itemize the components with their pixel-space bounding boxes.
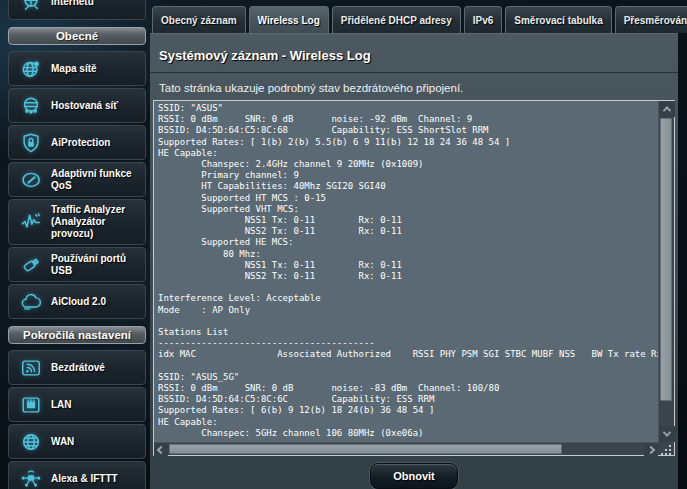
sidebar-item-aiprotection[interactable]: AiProtection [8,125,146,160]
scroll-right-button[interactable] [644,443,658,456]
chevron-down-icon [663,428,671,436]
sidebar-item-label: internetu [51,0,94,8]
sidebar-item-aicloud-2-0[interactable]: AiCloud 2.0 [8,284,146,319]
tab-sm-rovac-tabulka[interactable]: Směrovací tabulka [505,6,611,33]
network-map-icon [18,58,44,80]
sidebar-item-mapa-s-t[interactable]: Mapa sítě [8,51,146,86]
sidebar-item-label: Používání portů USB [51,253,142,277]
log-text[interactable]: SSID: "ASUS" RSSI: 0 dBm SNR: 0 dB noise… [154,101,658,442]
wan-globe-icon [18,431,44,453]
sidebar-item-label: Adaptivní funkce QoS [51,168,142,192]
sidebar-section-header-obecn: Obecné [8,27,146,45]
sidebar-item-traffic-analyzer-analyz-tor-provozu[interactable]: Traffic Analyzer (Analyzátor provozu) [8,199,146,245]
tab-ipv6[interactable]: IPv6 [464,6,503,33]
tab-wireless-log[interactable]: Wireless Log [249,6,329,33]
refresh-button[interactable]: Obnovit [370,463,458,489]
sidebar-item-alexa-ifttt[interactable]: Alexa & IFTTT [8,461,146,489]
page-title: Systémový záznam - Wireless Log [150,34,678,73]
usb-icon [18,254,44,276]
horizontal-scroll-thumb[interactable] [169,444,562,454]
sidebar-item-label: Hostovaná síť [51,100,118,112]
scroll-up-button[interactable] [659,101,675,117]
scroll-left-button[interactable] [154,443,168,456]
guest-network-icon [18,95,44,117]
sidebar-item-pou-v-n-port-usb[interactable]: Používání portů USB [8,247,146,282]
tab-p-esm-rov-n-port[interactable]: Přesměrování portů [615,6,687,33]
resize-grip-icon[interactable] [658,442,674,455]
tab-obecn-z-znam[interactable]: Obecný záznam [152,6,246,33]
qos-gauge-icon [18,169,44,191]
sidebar-item-label: Bezdrátové [51,362,105,374]
alexa-ifttt-icon [18,468,44,489]
content-panel: Systémový záznam - Wireless Log Tato str… [150,33,678,489]
log-viewer[interactable]: SSID: "ASUS" RSSI: 0 dBm SNR: 0 dB noise… [153,100,675,456]
chevron-up-icon [663,106,671,114]
sidebar-item-label: Alexa & IFTTT [51,473,118,485]
page-description: Tato stránka ukazuje podrobný stav bezdr… [150,73,678,101]
sidebar-item-label: WAN [51,436,74,448]
sidebar-item-lan[interactable]: LAN [8,387,146,422]
scroll-down-button[interactable] [659,426,675,442]
internet-setup-icon [18,0,44,13]
shield-lock-icon [18,132,44,154]
chevron-left-icon [157,445,165,453]
main-area: Obecný záznamWireless LogPřidělené DHCP … [150,0,678,489]
sidebar-item-adaptivn-funkce-qos[interactable]: Adaptivní funkce QoS [8,162,146,197]
sidebar-item-wan[interactable]: WAN [8,424,146,459]
sidebar-item-internet-setup[interactable]: internetu [8,0,146,20]
tab-p-id-len-dhcp-adresy[interactable]: Přidělené DHCP adresy [332,6,461,33]
sidebar: internetu ObecnéMapa sítěHostovaná síťAi… [8,0,146,489]
sidebar-item-hostovan-s[interactable]: Hostovaná síť [8,88,146,123]
vertical-scrollbar[interactable] [658,101,674,442]
sidebar-item-bezdr-tov[interactable]: Bezdrátové [8,350,146,385]
tab-bar: Obecný záznamWireless LogPřidělené DHCP … [150,0,678,33]
sidebar-item-label: Mapa sítě [51,63,97,75]
sidebar-item-label: LAN [51,399,72,411]
sidebar-section-header-pokro-il-nastaven: Pokročilá nastavení [8,326,146,344]
cloud-icon [18,291,44,313]
wireless-icon [18,357,44,379]
sidebar-item-label: Traffic Analyzer (Analyzátor provozu) [51,204,142,240]
traffic-waveform-icon [18,211,44,233]
sidebar-item-label: AiProtection [51,137,110,149]
chevron-right-icon [647,445,655,453]
horizontal-scrollbar[interactable] [154,442,658,455]
vertical-scroll-thumb[interactable] [660,118,672,401]
sidebar-item-label: AiCloud 2.0 [51,296,106,308]
lan-port-icon [18,394,44,416]
